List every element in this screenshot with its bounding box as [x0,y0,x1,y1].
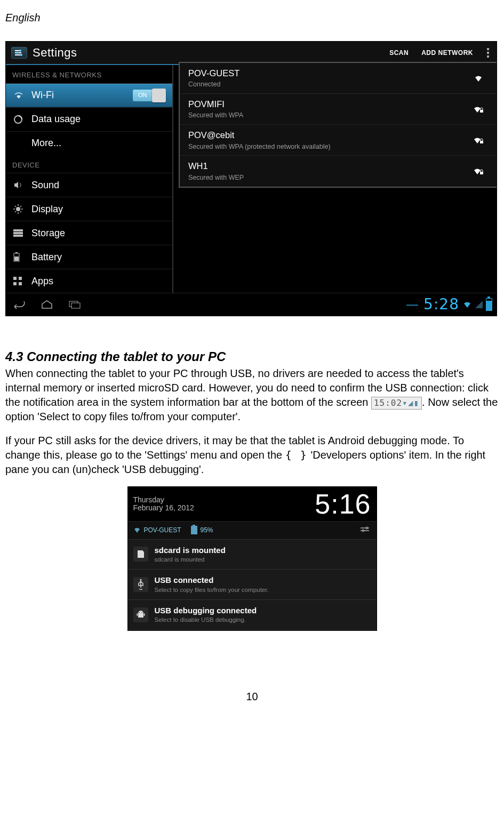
notification-title: USB connected [155,575,269,586]
svg-rect-27 [480,141,483,143]
back-icon[interactable] [10,299,28,310]
page-number: 10 [5,690,499,704]
settings-title: Settings [33,45,77,61]
svg-point-3 [19,50,21,52]
svg-point-33 [365,527,368,530]
add-network-button[interactable]: ADD NETWORK [415,46,479,59]
sidebar-item-wifi[interactable]: Wi-Fi ON [6,83,172,107]
wifi-network-panel: POV-GUEST Connected POVMIFI Secured with… [173,65,497,293]
svg-point-34 [362,530,364,532]
svg-point-38 [141,612,142,613]
svg-line-14 [20,206,21,207]
svg-point-37 [139,612,140,613]
settings-titlebar: Settings SCAN ADD NETWORK [6,42,497,64]
svg-rect-20 [15,252,18,253]
svg-rect-39 [137,613,138,616]
sidebar-item-label: Wi-Fi [31,89,54,101]
nav-cell-icon [475,301,483,308]
notification-date: Thursday February 16, 2012 [133,496,194,512]
wifi-signal-secure-icon [472,136,484,145]
data-usage-icon [13,115,25,124]
status-wifi-icon [133,527,141,533]
sdcard-icon [133,547,148,562]
svg-rect-28 [480,172,483,174]
wifi-status: Secured with WPA (protected network avai… [188,142,331,151]
wifi-network-list: POV-GUEST Connected POVMIFI Secured with… [179,62,497,188]
sidebar-item-battery[interactable]: Battery [6,245,172,269]
status-battery-pct: 95% [201,526,213,534]
sidebar-section-device: DEVICE [6,155,172,173]
recent-apps-icon[interactable] [66,299,84,310]
sidebar-item-label: More... [31,137,61,149]
svg-rect-32 [361,530,369,531]
wifi-network-item[interactable]: POV@cebit Secured with WPA (protected ne… [180,125,497,156]
svg-rect-18 [13,235,23,237]
wifi-ssid: POV-GUEST [188,67,239,79]
wifi-network-item[interactable]: POVMIFI Secured with WPA [180,94,497,125]
sidebar-item-label: Sound [31,179,59,191]
wifi-network-item[interactable]: WH1 Secured with WEP [180,156,497,186]
quick-settings-icon[interactable] [361,526,371,534]
wifi-ssid: WH1 [188,160,244,172]
notification-title: USB debugging connected [155,605,257,616]
home-icon[interactable] [38,299,56,310]
settings-sidebar: WIRELESS & NETWORKS Wi-Fi ON Data usage … [6,65,173,293]
status-battery-icon [191,526,197,534]
usb-icon [133,577,148,592]
notification-subtitle: sdcard is mounted [155,556,226,564]
svg-point-5 [20,54,22,56]
sidebar-item-more[interactable]: More... [6,131,172,155]
section-heading: 4.3 Connecting the tablet to your PC [5,348,499,365]
sidebar-item-apps[interactable]: Apps [6,269,172,293]
svg-rect-22 [13,277,17,280]
svg-rect-21 [14,257,19,261]
notification-title: sdcard is mounted [155,545,226,556]
wifi-status: Secured with WEP [188,173,244,182]
sidebar-item-display[interactable]: Display [6,197,172,221]
svg-rect-17 [13,232,23,234]
sidebar-item-label: Apps [31,275,53,287]
body-paragraph-2: If your PC still asks for the device dri… [5,434,499,477]
notification-subtitle: Select to copy files to/from your comput… [155,586,269,595]
sidebar-item-storage[interactable]: Storage [6,221,172,245]
system-navbar: — 5:28 [6,293,497,316]
notification-item[interactable]: sdcard is mounted sdcard is mounted [128,539,377,570]
svg-rect-24 [13,282,17,285]
nav-clock[interactable]: 5:28 [423,294,459,315]
sidebar-item-label: Battery [31,251,62,263]
sidebar-section-wireless: WIRELESS & NETWORKS [6,65,172,83]
status-network-name: POV-GUEST [144,526,181,534]
wifi-status: Connected [188,80,239,89]
wifi-toggle[interactable]: ON [133,90,165,101]
notification-item[interactable]: USB debugging connected Select to disabl… [128,599,377,630]
overflow-menu-icon[interactable] [487,48,489,58]
svg-rect-25 [19,282,22,285]
quick-status-row: POV-GUEST 95% [128,521,377,539]
notification-subtitle: Select to disable USB debugging. [155,616,257,624]
svg-rect-40 [143,613,145,616]
svg-rect-16 [13,229,23,231]
notification-item[interactable]: USB connected Select to copy files to/fr… [128,569,377,599]
settings-icon [11,47,27,59]
wifi-ssid: POV@cebit [188,129,331,141]
svg-rect-26 [480,110,483,113]
wifi-signal-secure-icon [472,167,484,175]
wifi-ssid: POVMIFI [188,98,243,110]
sidebar-item-sound[interactable]: Sound [6,173,172,197]
scan-button[interactable]: SCAN [383,46,415,59]
wifi-signal-icon [473,74,484,83]
wifi-network-item[interactable]: POV-GUEST Connected [180,63,497,94]
sidebar-item-label: Display [31,203,63,215]
notification-clock: 5:16 [315,490,371,518]
svg-line-13 [20,211,21,212]
page-language-header: English [5,11,499,25]
svg-rect-30 [71,303,80,308]
wifi-status: Secured with WPA [188,111,243,120]
sidebar-item-label: Data usage [31,113,81,125]
battery-icon [13,252,25,262]
body-paragraph-1: When connecting the tablet to your PC th… [5,366,499,424]
nav-dash-icon: — [406,297,418,313]
storage-icon [13,229,25,237]
sidebar-item-data-usage[interactable]: Data usage [6,107,172,131]
android-icon [133,607,148,622]
